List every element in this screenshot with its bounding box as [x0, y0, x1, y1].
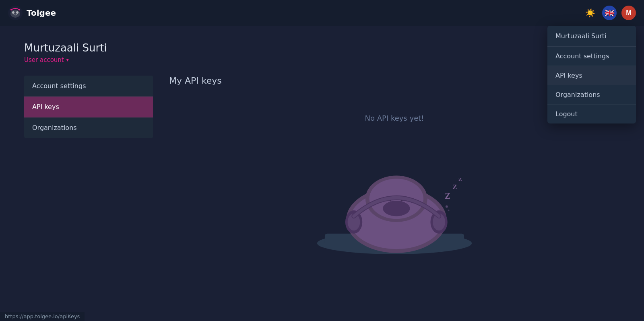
sidebar-item-account-settings[interactable]: Account settings — [24, 76, 153, 97]
user-avatar-button[interactable]: M — [621, 6, 636, 20]
empty-state-text: No API keys yet! — [365, 114, 424, 122]
svg-point-4 — [10, 9, 12, 10]
svg-point-3 — [16, 11, 19, 14]
theme-toggle-button[interactable]: ☀️ — [583, 6, 597, 20]
user-account-label: User account — [24, 56, 64, 64]
svg-point-21 — [446, 206, 448, 208]
sun-icon: ☀️ — [585, 8, 595, 18]
dropdown-organizations[interactable]: Organizations — [547, 85, 636, 105]
navbar-actions: ☀️ 🇬🇧 M — [583, 6, 636, 20]
logo-area: Tolgee — [8, 6, 56, 20]
statusbar: https://app.tolgee.io/apiKeys — [0, 312, 85, 321]
language-selector-button[interactable]: 🇬🇧 — [602, 6, 617, 20]
user-name: Murtuzaali Surti — [24, 42, 620, 54]
dropdown-api-keys[interactable]: API keys — [547, 66, 636, 85]
user-account-link[interactable]: User account ▾ — [24, 56, 620, 64]
dropdown-logout[interactable]: Logout — [547, 105, 636, 123]
flag-icon: 🇬🇧 — [605, 8, 615, 18]
statusbar-url: https://app.tolgee.io/apiKeys — [5, 313, 80, 319]
sidebar-item-organizations[interactable]: Organizations — [24, 117, 153, 138]
svg-point-22 — [448, 210, 450, 211]
svg-point-17 — [383, 201, 410, 216]
svg-point-5 — [19, 9, 20, 10]
svg-text:Z: Z — [458, 176, 462, 182]
dropdown-user-name: Murtuzaali Surti — [547, 26, 636, 47]
chevron-down-icon: ▾ — [66, 57, 69, 63]
sidebar-item-api-keys[interactable]: API keys — [24, 97, 153, 117]
user-dropdown-menu: Murtuzaali Surti Account settings API ke… — [547, 26, 636, 123]
svg-text:Z: Z — [452, 183, 457, 191]
robot-svg: Z Z Z — [294, 142, 495, 259]
page-header: Murtuzaali Surti User account ▾ — [24, 42, 620, 64]
avatar-initial: M — [626, 9, 631, 16]
dropdown-account-settings[interactable]: Account settings — [547, 47, 636, 66]
logo-text: Tolgee — [27, 8, 56, 18]
svg-text:Z: Z — [445, 191, 450, 201]
sidebar-menu: Account settings API keys Organizations — [24, 76, 153, 138]
svg-point-1 — [10, 10, 20, 18]
navbar: Tolgee ☀️ 🇬🇧 M — [0, 0, 644, 26]
svg-point-2 — [12, 11, 14, 14]
sleeping-robot-illustration: Z Z Z — [294, 138, 495, 259]
sidebar-nav: Account settings API keys Organizations — [24, 76, 153, 259]
page-layout: Account settings API keys Organizations … — [24, 76, 620, 259]
tolgee-logo-icon — [8, 6, 23, 20]
